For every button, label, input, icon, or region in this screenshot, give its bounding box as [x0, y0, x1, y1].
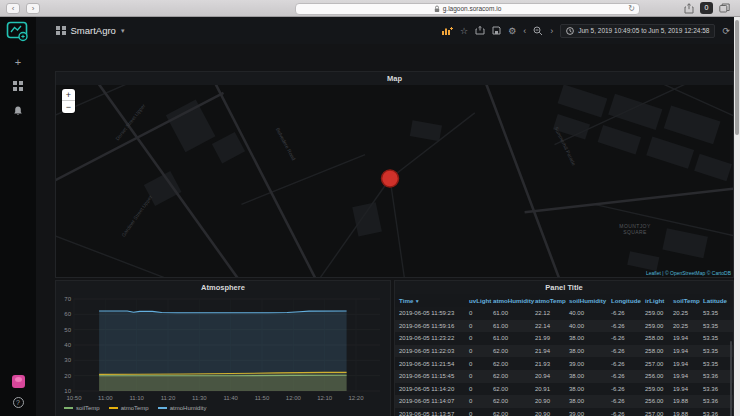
table-scrollbar[interactable] — [730, 341, 732, 416]
lagoon-logo[interactable] — [6, 21, 30, 43]
column-header-atmoHumidity[interactable]: atmoHumidity — [489, 294, 531, 307]
table-cell: 257.00 — [641, 408, 669, 416]
zoom-out-icon[interactable] — [533, 26, 543, 36]
svg-text:11:10: 11:10 — [129, 395, 144, 401]
table-cell: 38.00 — [565, 383, 607, 396]
extension-badge[interactable]: 0 — [700, 2, 713, 14]
table-cell: -6.26 — [607, 357, 641, 370]
table-cell: 2019-06-05 11:59:16 — [395, 320, 465, 333]
user-avatar[interactable] — [12, 375, 25, 388]
map-panel-title[interactable]: Map — [56, 72, 733, 85]
page-scrollbar-thumb[interactable] — [735, 20, 739, 135]
table-row: 2019-06-05 11:15:45062.0020.9438.00-6.26… — [395, 370, 733, 383]
table-cell: 257.00 — [641, 357, 669, 370]
share-icon[interactable] — [684, 3, 694, 14]
settings-gear-icon[interactable]: ⚙ — [508, 26, 516, 36]
table-row: 2019-06-05 11:22:03062.0021.9438.00-6.26… — [395, 345, 733, 358]
table-row: 2019-06-05 11:14:20062.0020.9138.00-6.26… — [395, 383, 733, 396]
time-range-picker[interactable]: Jun 5, 2019 10:49:05 to Jun 5, 2019 12:2… — [560, 24, 715, 38]
column-header-Time[interactable]: Time ▼ — [395, 294, 465, 307]
table-cell: 0 — [465, 345, 489, 358]
column-header-Latitude[interactable]: Latitude — [699, 294, 733, 307]
table-cell: 2019-06-05 11:21:54 — [395, 357, 465, 370]
table-cell: 0 — [465, 408, 489, 416]
add-panel-icon[interactable] — [441, 26, 453, 36]
legend-item-atmoHumidity[interactable]: atmoHumidity — [158, 405, 207, 411]
browser-back-button[interactable]: ‹ — [6, 3, 20, 14]
star-icon[interactable]: ☆ — [460, 26, 468, 36]
table-cell: 39.00 — [565, 357, 607, 370]
dashboards-icon[interactable] — [13, 81, 23, 91]
table-row: 2019-06-05 11:59:23061.0022.1240.00-6.26… — [395, 307, 733, 320]
table-cell: 38.00 — [565, 332, 607, 345]
tabs-icon[interactable] — [719, 3, 730, 13]
table-cell: 19.94 — [669, 370, 699, 383]
svg-text:20: 20 — [64, 373, 71, 379]
lock-icon — [434, 5, 440, 13]
table-cell: 0 — [465, 370, 489, 383]
table-cell: 53.35 — [699, 307, 733, 320]
svg-text:60: 60 — [64, 311, 71, 317]
svg-text:11:30: 11:30 — [192, 395, 207, 401]
reload-icon[interactable]: ↻ — [628, 4, 635, 13]
clock-icon — [566, 27, 574, 35]
legend-color-dash — [64, 407, 73, 409]
browser-forward-button[interactable]: › — [26, 3, 40, 14]
save-icon[interactable] — [492, 26, 501, 35]
column-header-soilHumidity[interactable]: soilHumidity — [565, 294, 607, 307]
table-cell: 19.94 — [669, 345, 699, 358]
map-attribution[interactable]: Leaflet | © OpenStreetMap © CartoDB — [646, 270, 731, 276]
share-dashboard-icon[interactable] — [475, 26, 485, 35]
map-zoom-control: + − — [62, 89, 75, 113]
dashboard: Map — [36, 44, 734, 416]
time-back-icon[interactable]: ‹ — [523, 26, 526, 36]
map-zoom-in-button[interactable]: + — [62, 89, 75, 101]
column-header-Longitude[interactable]: Longitude — [607, 294, 641, 307]
column-header-irLight[interactable]: irLight — [641, 294, 669, 307]
table-cell: 53.36 — [699, 408, 733, 416]
table-cell: 62.00 — [489, 395, 531, 408]
column-header-uvLight[interactable]: uvLight — [465, 294, 489, 307]
help-icon[interactable]: ? — [13, 397, 24, 408]
grafana-app: + ? SmartAgro ▾ — [0, 17, 740, 416]
add-icon[interactable]: + — [15, 57, 21, 67]
column-header-soilTemp[interactable]: soilTemp — [669, 294, 699, 307]
column-header-atmoTemp[interactable]: atmoTemp — [531, 294, 565, 307]
svg-text:12:10: 12:10 — [317, 395, 333, 401]
map-marker[interactable] — [382, 170, 399, 187]
table-cell: 20.94 — [531, 370, 565, 383]
table-cell: 62.00 — [489, 357, 531, 370]
table-cell: 259.00 — [641, 383, 669, 396]
time-forward-icon[interactable]: › — [550, 26, 553, 36]
table-cell: 62.00 — [489, 383, 531, 396]
map-canvas[interactable] — [56, 85, 733, 277]
table-cell: 2019-06-05 11:15:45 — [395, 370, 465, 383]
table-cell: 0 — [465, 320, 489, 333]
refresh-icon[interactable]: ⟳ — [722, 26, 730, 36]
browser-toolbar: ‹ › g.lagoon.soracom.io ↻ 0 — [0, 0, 740, 17]
svg-text:70: 70 — [64, 296, 71, 302]
table-cell: 21.94 — [531, 345, 565, 358]
atmosphere-panel: Atmosphere 1020304050607010:5011:0011:10… — [55, 280, 391, 416]
svg-text:10:50: 10:50 — [66, 395, 82, 401]
table-cell: 38.00 — [565, 370, 607, 383]
legend-item-atmoTemp[interactable]: atmoTemp — [109, 405, 149, 411]
legend-item-soilTemp[interactable]: soilTemp — [64, 405, 100, 411]
table-cell: 20.25 — [669, 320, 699, 333]
table-panel-title[interactable]: Panel Title — [395, 281, 733, 294]
table-cell: 0 — [465, 395, 489, 408]
map-zoom-out-button[interactable]: − — [62, 101, 75, 113]
table-cell: 21.93 — [531, 357, 565, 370]
svg-text:11:40: 11:40 — [223, 395, 238, 401]
dashboard-title-dropdown[interactable]: SmartAgro ▾ — [56, 25, 124, 36]
alerting-bell-icon[interactable] — [12, 105, 24, 117]
table-cell: -6.26 — [607, 307, 641, 320]
dashboard-title: SmartAgro — [71, 25, 116, 36]
page-scrollbar[interactable] — [734, 17, 740, 416]
url-bar[interactable]: g.lagoon.soracom.io ↻ — [295, 3, 640, 15]
atmosphere-panel-title[interactable]: Atmosphere — [56, 281, 390, 294]
table-cell: 19.94 — [669, 383, 699, 396]
table-cell: 53.35 — [699, 345, 733, 358]
map-area[interactable]: + − MOUNTJOY SQUARE Dorset Street UpperG… — [56, 85, 733, 277]
table-cell: 259.00 — [641, 307, 669, 320]
